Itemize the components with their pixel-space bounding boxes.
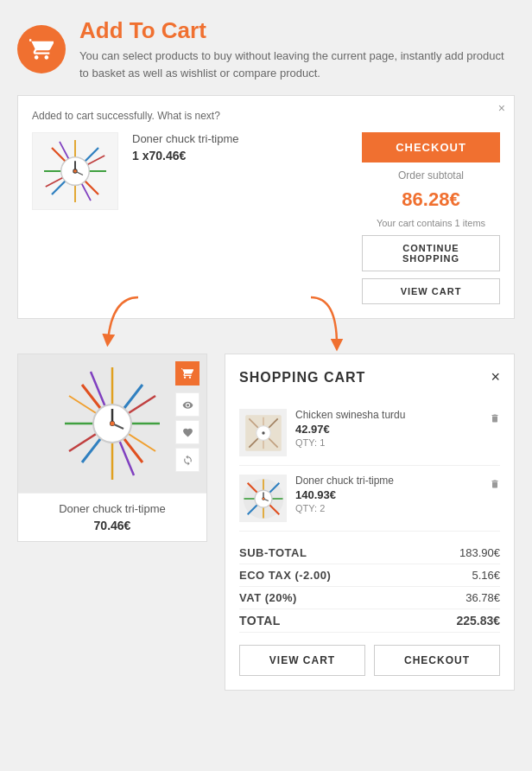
product-card-action-buttons <box>175 392 200 472</box>
page-title: Add To Cart <box>79 17 515 44</box>
cart-item-1: Chicken swinesha turdu 42.97€ QTY: 1 <box>239 400 500 466</box>
popup-order-subtotal-value: 86.28€ <box>362 188 500 211</box>
popup-product-image <box>32 132 118 210</box>
popup-qty-price: 1 x70.46€ <box>132 149 348 162</box>
arrow-left-indicator <box>95 289 155 358</box>
product-card: Doner chuck tri-tipme 70.46€ <box>17 354 207 542</box>
cart-panel-header: SHOPPING CART × <box>239 368 500 386</box>
product-card-price: 70.46€ <box>27 519 198 532</box>
cart-item-2-name: Doner chuck tri-tipme <box>295 475 481 487</box>
popup-content-row: Doner chuck tri-tipme 1 x70.46€ CHECKOUT… <box>32 132 500 304</box>
cart-item-2-qty: QTY: 2 <box>295 503 481 513</box>
vat-row: VAT (20%) 36.78€ <box>239 587 500 609</box>
page-header: Add To Cart You can select products to b… <box>17 17 515 81</box>
svg-point-50 <box>262 431 264 434</box>
product-card-info: Doner chuck tri-tipme 70.46€ <box>18 493 206 541</box>
add-to-cart-popup: × Added to cart successfully. What is ne… <box>17 95 515 319</box>
popup-cart-count: Your cart contains 1 items <box>362 218 500 228</box>
cart-item-1-image <box>239 409 287 456</box>
bottom-content-row: Doner chuck tri-tipme 70.46€ SHOPPING CA… <box>17 354 515 691</box>
popup-order-subtotal-label: Order subtotal <box>362 169 500 182</box>
header-text-block: Add To Cart You can select products to b… <box>79 17 515 81</box>
cart-checkout-button[interactable]: CHECKOUT <box>374 645 500 676</box>
cart-item-2-price: 140.93€ <box>295 488 481 501</box>
popup-actions-panel: CHECKOUT Order subtotal 86.28€ Your cart… <box>362 132 500 304</box>
cart-item-2-details: Doner chuck tri-tipme 140.93€ QTY: 2 <box>295 475 481 513</box>
cart-view-cart-button[interactable]: VIEW CART <box>239 645 365 676</box>
subtotal-value: 183.90€ <box>459 546 500 559</box>
vat-label: VAT (20%) <box>239 591 297 604</box>
svg-point-41 <box>111 422 115 426</box>
product-wishlist-button[interactable] <box>175 420 200 444</box>
cart-item-2-image <box>239 475 287 522</box>
product-quickview-button[interactable] <box>175 392 200 417</box>
product-card-name: Doner chuck tri-tipme <box>27 502 198 515</box>
total-value: 225.83€ <box>456 614 500 628</box>
arrow-right-indicator <box>285 289 354 362</box>
bottom-section-wrapper: Doner chuck tri-tipme 70.46€ SHOPPING CA… <box>17 354 515 691</box>
cart-item-1-qty: QTY: 1 <box>295 437 481 448</box>
cart-panel-buttons: VIEW CART CHECKOUT <box>239 645 500 676</box>
cart-item-1-price: 42.97€ <box>295 423 481 436</box>
product-card-cart-badge[interactable] <box>175 361 200 386</box>
subtotal-row: SUB-TOTAL 183.90€ <box>239 542 500 564</box>
cart-icon <box>29 37 54 61</box>
shopping-cart-panel: SHOPPING CART × <box>225 354 515 691</box>
popup-product-name: Doner chuck tri-tipme <box>132 132 348 145</box>
product-clock-svg <box>60 363 164 484</box>
popup-checkout-button[interactable]: CHECKOUT <box>362 132 500 162</box>
ecotax-label: ECO TAX (-2.00) <box>239 569 331 582</box>
cart-item-2-img-svg <box>242 477 285 520</box>
svg-point-64 <box>262 497 264 500</box>
vat-value: 36.78€ <box>466 591 500 604</box>
popup-product-details: Doner chuck tri-tipme 1 x70.46€ <box>132 132 348 162</box>
cart-panel-close-button[interactable]: × <box>491 368 500 386</box>
cart-item-2-delete-button[interactable] <box>490 475 500 492</box>
popup-close-button[interactable]: × <box>498 101 505 115</box>
product-card-image <box>18 354 206 493</box>
page-description: You can select products to buy without l… <box>79 48 515 81</box>
popup-view-cart-button[interactable]: VIEW CART <box>362 278 500 304</box>
ecotax-row: ECO TAX (-2.00) 5.16€ <box>239 564 500 587</box>
svg-point-20 <box>73 169 77 173</box>
popup-continue-shopping-button[interactable]: CONTINUE SHOPPING <box>362 235 500 271</box>
cart-item-2: Doner chuck tri-tipme 140.93€ QTY: 2 <box>239 466 500 532</box>
cart-panel-title: SHOPPING CART <box>239 370 365 386</box>
cart-item-1-img-svg <box>242 411 285 455</box>
cart-item-1-details: Chicken swinesha turdu 42.97€ QTY: 1 <box>295 409 481 448</box>
cart-item-1-delete-button[interactable] <box>490 409 500 426</box>
popup-added-message: Added to cart successfully. What is next… <box>32 110 500 122</box>
clock-image-svg <box>36 132 114 210</box>
cart-item-1-name: Chicken swinesha turdu <box>295 409 481 421</box>
cart-totals-section: SUB-TOTAL 183.90€ ECO TAX (-2.00) 5.16€ … <box>239 542 500 633</box>
total-row: TOTAL 225.83€ <box>239 609 500 633</box>
ecotax-value: 5.16€ <box>472 569 500 582</box>
product-compare-button[interactable] <box>175 448 200 472</box>
header-icon-circle <box>17 25 66 73</box>
total-label: TOTAL <box>239 614 281 628</box>
subtotal-label: SUB-TOTAL <box>239 546 307 559</box>
